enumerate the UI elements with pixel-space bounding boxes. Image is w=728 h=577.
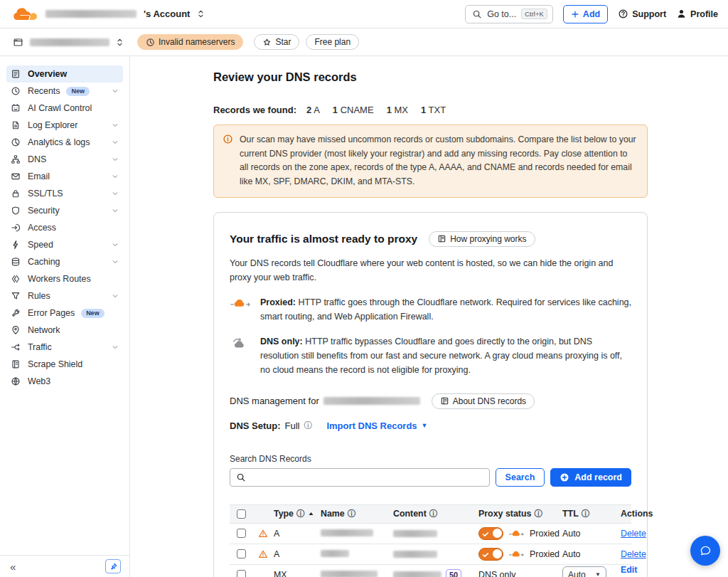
add-button[interactable]: Add	[563, 5, 608, 23]
sidebar-item-workers-routes[interactable]: Workers Routes	[6, 270, 123, 287]
sidebar-item-speed[interactable]: Speed	[6, 236, 123, 253]
sidebar-item-web3[interactable]: Web3	[6, 373, 123, 390]
wrench-icon	[11, 308, 21, 319]
row-checkbox[interactable]	[237, 570, 246, 577]
search-icon	[236, 472, 246, 482]
sidebar-item-label: Log Explorer	[28, 120, 77, 130]
zone-header: Invalid nameservers Star Free plan	[0, 28, 728, 56]
sidebar-item-scrape-shield[interactable]: Scrape Shield	[6, 356, 123, 373]
sidebar-item-analytics-logs[interactable]: Analytics & logs	[6, 134, 123, 151]
lock-icon	[11, 189, 21, 199]
plan-badge: Free plan	[306, 34, 359, 50]
ai-crawl-icon	[11, 103, 21, 114]
sidebar-item-rules[interactable]: Rules	[6, 287, 123, 305]
orange-cloud-icon	[509, 549, 524, 559]
record-count-a: 2 A	[306, 105, 320, 115]
about-dns-records-button[interactable]: About DNS records	[432, 393, 535, 409]
table-header-row: Type ⓘ Name ⓘContent ⓘProxy status ⓘTTL …	[230, 504, 631, 524]
import-dns-records-link[interactable]: Import DNS Records ▼	[326, 420, 427, 431]
support-menu[interactable]: Support	[618, 9, 666, 19]
account-name-redacted	[46, 10, 136, 18]
card-title: Your traffic is almost ready to proxy	[230, 233, 417, 245]
sidebar-item-dns[interactable]: DNS	[6, 151, 123, 168]
profile-menu[interactable]: Profile	[676, 9, 718, 19]
sidebar-item-error-pages[interactable]: Error PagesNew	[6, 305, 123, 322]
dns-management-domain-redacted	[323, 397, 420, 405]
select-all-checkbox[interactable]	[237, 509, 246, 519]
lightning-icon	[11, 240, 21, 250]
chat-launcher-button[interactable]	[690, 536, 720, 566]
record-count-mx: 1 MX	[387, 105, 408, 115]
plus-icon	[571, 10, 579, 18]
row-checkbox[interactable]	[237, 549, 246, 559]
proxy-intro-text: Your DNS records tell Cloudflare where y…	[230, 256, 631, 285]
proxy-toggle[interactable]	[478, 527, 503, 540]
sidebar-item-label: Access	[28, 223, 56, 233]
delete-record-link[interactable]: Delete	[621, 529, 646, 539]
zone-switcher-icon[interactable]	[116, 38, 124, 47]
search-dns-label: Search DNS Records	[230, 454, 631, 464]
star-icon	[262, 38, 272, 47]
record-type: A	[274, 529, 321, 539]
cloudflare-dashboard: 's Account Go to... Ctrl+K Add Support P…	[0, 0, 728, 577]
sidebar-item-ssl-tls[interactable]: SSL/TLS	[6, 185, 123, 202]
dns-search-input[interactable]	[250, 472, 483, 482]
how-proxying-works-button[interactable]: How proxying works	[429, 231, 535, 247]
row-checkbox[interactable]	[237, 529, 246, 538]
sidebar-item-label: Workers Routes	[28, 274, 91, 284]
sidebar-item-label: Error Pages	[28, 308, 75, 318]
collapse-sidebar-icon[interactable]: «	[10, 561, 16, 573]
goto-shortcut: Ctrl+K	[521, 9, 547, 19]
person-icon	[676, 9, 687, 19]
chevron-down-icon	[112, 139, 119, 146]
sidebar-item-label: Traffic	[28, 342, 52, 352]
goto-search[interactable]: Go to... Ctrl+K	[465, 5, 553, 23]
sidebar-item-traffic[interactable]: Traffic	[6, 339, 123, 356]
log-doc-icon	[11, 120, 21, 131]
column-header-content[interactable]: Content ⓘ	[393, 508, 478, 520]
sidebar: OverviewRecentsNewAI Crawl ControlLog Ex…	[0, 56, 130, 577]
sidebar-item-network[interactable]: Network	[6, 322, 123, 339]
proxy-status-label: Proxied	[530, 549, 560, 559]
shield-icon	[11, 206, 21, 216]
clock-icon	[146, 38, 155, 47]
sidebar-item-overview[interactable]: Overview	[6, 65, 123, 83]
zone-name-redacted	[30, 38, 109, 46]
warning-triangle-icon	[258, 549, 274, 559]
dns-records-card: Your traffic is almost ready to proxy Ho…	[213, 212, 648, 577]
record-count-cname: 1 CNAME	[333, 105, 374, 115]
record-content-redacted	[393, 571, 441, 577]
account-switcher-icon[interactable]	[197, 9, 205, 18]
new-badge: New	[66, 87, 90, 96]
orange-cloud-icon	[509, 529, 524, 538]
delete-record-link[interactable]: Delete	[621, 549, 646, 559]
sidebar-item-label: Scrape Shield	[28, 359, 82, 369]
sidebar-item-log-explorer[interactable]: Log Explorer	[6, 117, 123, 134]
column-header-name[interactable]: Name ⓘ	[321, 508, 393, 520]
sidebar-item-caching[interactable]: Caching	[6, 253, 123, 270]
sidebar-item-label: Network	[28, 325, 60, 335]
star-button[interactable]: Star	[254, 34, 299, 50]
column-header-type[interactable]: Type ⓘ	[274, 508, 321, 520]
sidebar-item-access[interactable]: Access	[6, 219, 123, 236]
cloudflare-logo-icon[interactable]	[13, 6, 38, 22]
add-record-button[interactable]: Add record	[550, 468, 631, 487]
sidebar-item-ai-crawl-control[interactable]: AI Crawl Control	[6, 100, 123, 117]
sidebar-item-label: AI Crawl Control	[28, 103, 92, 113]
alert-text: Our scan may have missed uncommon record…	[240, 133, 637, 189]
sidebar-item-security[interactable]: Security	[6, 202, 123, 219]
sidebar-item-label: Rules	[28, 291, 50, 301]
search-button[interactable]: Search	[496, 468, 545, 487]
warning-triangle-icon	[258, 529, 274, 539]
sidebar-item-recents[interactable]: RecentsNew	[6, 83, 123, 100]
dns-record-row-mx-2: MX50DNS onlyAuto▼Edit ▶	[230, 565, 631, 577]
ttl-dropdown[interactable]: Auto▼	[562, 566, 606, 577]
pin-navigation-button[interactable]	[105, 559, 121, 573]
proxy-toggle[interactable]	[478, 548, 503, 561]
edit-record-link[interactable]: Edit ▶	[621, 565, 637, 577]
pin-icon	[109, 562, 118, 571]
sidebar-item-email[interactable]: Email	[6, 168, 123, 185]
plus-circle-icon	[560, 472, 569, 482]
chat-bubble-icon	[699, 544, 712, 558]
chevron-down-icon	[112, 292, 119, 300]
